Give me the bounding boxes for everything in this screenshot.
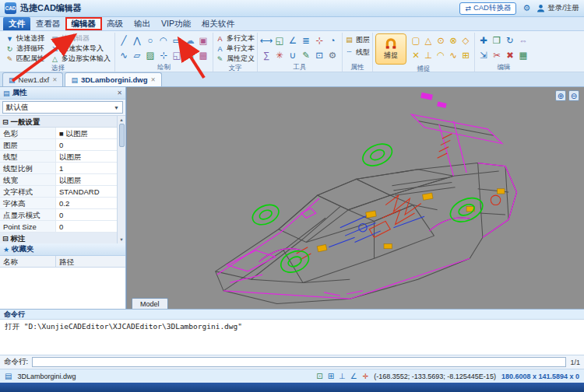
- join-icon[interactable]: ∪: [287, 48, 299, 62]
- zoom-out-icon[interactable]: ⊖: [568, 90, 579, 101]
- calculator-icon[interactable]: ∑: [260, 48, 273, 62]
- node-snap-icon[interactable]: ⊗: [447, 33, 459, 47]
- hatch-icon[interactable]: ▨: [144, 48, 157, 62]
- menu-tab-advanced[interactable]: 高级: [101, 17, 128, 30]
- polygon-entity-input-button[interactable]: △ 多边形实体输入: [49, 54, 112, 64]
- property-row[interactable]: 线型比例 1: [0, 163, 117, 174]
- revcloud-icon[interactable]: ☁: [184, 33, 196, 47]
- properties-scrollbar[interactable]: ▲ ▼: [117, 116, 125, 243]
- document-tab-lamborgini[interactable]: ▤ 3DLamborgini.dwg ✕: [65, 72, 161, 86]
- quick-editor-button[interactable]: ▦ 快编辑器: [49, 33, 112, 44]
- section-general[interactable]: ⊟ 一般设置: [0, 116, 117, 128]
- scroll-up-icon[interactable]: ▲: [119, 116, 123, 124]
- list-icon[interactable]: ≣: [300, 33, 312, 47]
- menu-tab-vip[interactable]: VIP功能: [156, 17, 196, 30]
- snap-toggle-icon[interactable]: ⊡: [316, 372, 322, 380]
- close-icon[interactable]: ✕: [150, 76, 155, 83]
- document-tab-new1[interactable]: ▤ New1.dxf ✕: [2, 72, 63, 86]
- menu-tab-file[interactable]: 文件: [3, 17, 30, 30]
- linetype-button[interactable]: ┄ 线型: [345, 46, 370, 58]
- line-icon[interactable]: ╱: [118, 33, 130, 47]
- close-icon[interactable]: ✕: [117, 89, 122, 96]
- preset-dropdown[interactable]: 默认值 ▼: [2, 101, 123, 114]
- quadrant-snap-icon[interactable]: ◇: [459, 33, 472, 47]
- cad-converter-button[interactable]: ⇄ CAD转换器: [459, 2, 516, 15]
- property-row[interactable]: 文字样式 STANDARD: [0, 186, 117, 198]
- favorites-list[interactable]: [0, 268, 125, 309]
- copy-icon[interactable]: ❐: [491, 33, 503, 47]
- layers-button[interactable]: ▤ 图层: [345, 33, 370, 46]
- drawing-canvas[interactable]: ⊕ ⊖: [126, 87, 584, 309]
- arc-icon[interactable]: ◠: [157, 33, 170, 47]
- quick-entity-import-button[interactable]: ⇲ 快速实体导入: [49, 44, 112, 54]
- dtext-button[interactable]: A 单行文本: [216, 44, 255, 54]
- distance-icon[interactable]: ⟷: [260, 33, 273, 47]
- rotate-icon[interactable]: ↻: [504, 33, 516, 47]
- left-panel: ▤ 属性 ✕ 默认值 ▼ ⊟ 一般设置 色彩 ■ 以图层 图层 0: [0, 87, 126, 309]
- mtext-button[interactable]: A 多行文本: [216, 33, 255, 44]
- property-row[interactable]: 色彩 ■ 以图层: [0, 128, 117, 139]
- gradient-icon[interactable]: ▩: [197, 48, 209, 62]
- command-input[interactable]: [32, 357, 566, 367]
- perpendicular-snap-icon[interactable]: ⊥: [422, 48, 434, 62]
- command-log[interactable]: 打开 "D:\XunjieCADEditor\XJCADEditor\3DLam…: [0, 320, 584, 355]
- angle-icon[interactable]: ∠: [287, 33, 299, 47]
- ellipse-icon[interactable]: ▱: [131, 48, 143, 62]
- explode-icon[interactable]: ✳: [273, 48, 286, 62]
- area-icon[interactable]: ◱: [273, 33, 286, 47]
- block-icon[interactable]: ▣: [197, 33, 209, 47]
- spline-icon[interactable]: ∿: [118, 48, 130, 62]
- property-row[interactable]: 线宽 以图层: [0, 174, 117, 186]
- property-row[interactable]: 图层 0: [0, 139, 117, 151]
- trim-icon[interactable]: ✂: [491, 48, 503, 62]
- rectangle-icon[interactable]: ▭: [171, 33, 183, 47]
- scroll-down-icon[interactable]: ▼: [119, 236, 123, 243]
- insertion-snap-icon[interactable]: ⊞: [459, 48, 472, 62]
- scrollbar-thumb[interactable]: [119, 124, 125, 147]
- polyline-icon[interactable]: ⋀: [131, 33, 143, 47]
- table-icon[interactable]: ⊞: [184, 48, 196, 62]
- endpoint-snap-icon[interactable]: ▢: [410, 33, 422, 47]
- center-snap-icon[interactable]: ⊙: [434, 33, 447, 47]
- array-icon[interactable]: ▦: [517, 48, 529, 62]
- circle-icon[interactable]: ○: [144, 33, 157, 47]
- select-cycle-button[interactable]: ↻ 选择循环: [4, 44, 46, 54]
- property-row[interactable]: 字体高 0.2: [0, 198, 117, 209]
- zoom-in-icon[interactable]: ⊕: [555, 90, 566, 101]
- nearest-snap-icon[interactable]: ∿: [447, 48, 459, 62]
- menu-tab-related[interactable]: 相关软件: [196, 17, 240, 30]
- grid-toggle-icon[interactable]: ⊞: [328, 372, 334, 380]
- polyline-edit-icon[interactable]: ✎: [300, 48, 312, 62]
- login-register-button[interactable]: 登录/注册: [537, 3, 579, 13]
- model-space-tab[interactable]: Model: [132, 298, 168, 309]
- settings-icon[interactable]: ⚙: [326, 48, 339, 62]
- close-icon[interactable]: ✕: [52, 76, 57, 83]
- section-dimension[interactable]: ⊟ 标注: [0, 233, 117, 243]
- tangent-snap-icon[interactable]: ◠: [434, 48, 447, 62]
- units-icon[interactable]: ⊡: [313, 48, 325, 62]
- region-icon[interactable]: ◱: [171, 48, 183, 62]
- match-properties-button[interactable]: ✎ 匹配属性: [4, 54, 46, 64]
- menu-tab-viewer[interactable]: 查看器: [30, 17, 66, 30]
- mirror-icon[interactable]: ⇔: [517, 33, 529, 47]
- intersection-snap-icon[interactable]: ✕: [410, 48, 422, 62]
- attribute-define-button[interactable]: ✎ 属性定义: [216, 54, 255, 64]
- snap-button-label: 捕捉: [384, 51, 398, 61]
- locate-point-icon[interactable]: ⊹: [313, 33, 325, 47]
- quick-select-button[interactable]: ▼ 快速选择: [4, 33, 46, 44]
- time-icon[interactable]: ◔: [326, 33, 339, 47]
- point-icon[interactable]: ⊹: [157, 48, 170, 62]
- osnap-toggle-icon[interactable]: ∠: [350, 372, 357, 380]
- move-icon[interactable]: ✚: [477, 33, 490, 47]
- menu-tab-output[interactable]: 输出: [128, 17, 156, 30]
- settings-gear-icon[interactable]: ⚙: [522, 3, 530, 13]
- snap-toggle-button[interactable]: 捕捉: [375, 33, 406, 65]
- property-row[interactable]: 点显示模式 0: [0, 209, 117, 221]
- ortho-toggle-icon[interactable]: ⊥: [339, 372, 346, 380]
- property-row[interactable]: Point Size 0: [0, 221, 117, 233]
- property-row[interactable]: 线型 以图层: [0, 151, 117, 163]
- scale-icon[interactable]: ⇲: [477, 48, 490, 62]
- erase-icon[interactable]: ✖: [504, 48, 516, 62]
- midpoint-snap-icon[interactable]: △: [422, 33, 434, 47]
- menu-tab-editor[interactable]: 编辑器: [66, 17, 102, 30]
